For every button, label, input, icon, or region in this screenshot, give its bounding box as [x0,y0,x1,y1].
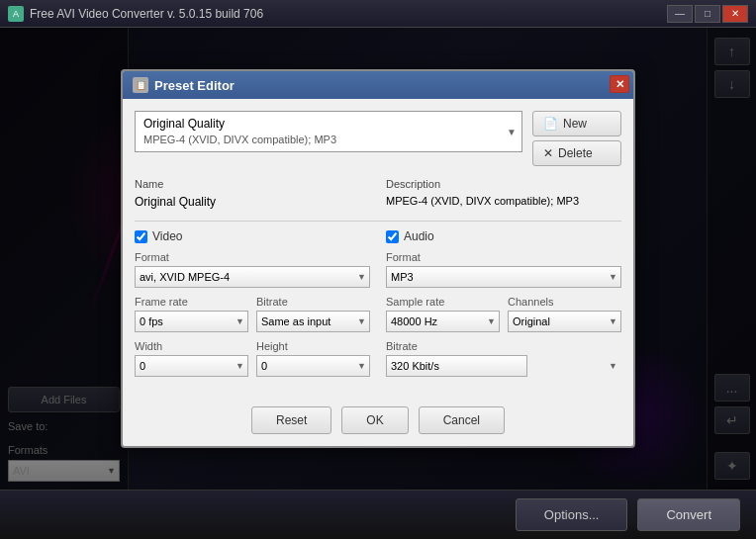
video-checkbox[interactable] [135,230,147,243]
audio-column: Audio Format MP3 [386,229,621,385]
dialog-title-bar: 📋 Preset Editor ✕ [123,71,633,99]
video-framerate-bitrate-row: Frame rate 0 fps Bitrate Sam [135,296,370,332]
audio-bitrate-group: Bitrate 320 Kbit/s [386,340,621,377]
audio-format-row: Format MP3 [386,251,621,288]
width-select[interactable]: 0 [135,355,248,377]
video-format-row: Format avi, XVID MPEG-4 [135,251,370,288]
delete-icon: ✕ [543,146,553,160]
video-label: Video [152,229,182,243]
preset-select[interactable]: Original Quality MPEG-4 (XVID, DIVX comp… [135,111,522,152]
preset-buttons: 📄 New ✕ Delete [532,111,621,166]
cancel-button[interactable]: Cancel [419,406,505,434]
video-width-height-row: Width 0 Height 0 [135,340,370,377]
reset-button[interactable]: Reset [251,406,331,434]
desc-group: Description MPEG-4 (XVID, DIVX compatibl… [386,178,621,211]
video-bitrate-group: Bitrate Same as input [256,296,370,332]
new-icon: 📄 [543,117,558,131]
audio-checkbox-row: Audio [386,229,621,243]
app-title: Free AVI Video Converter v. 5.0.15 build… [30,7,667,21]
video-format-select[interactable]: avi, XVID MPEG-4 [135,266,370,288]
modal-overlay: 📋 Preset Editor ✕ Original Quality MPEG-… [0,28,756,490]
convert-button[interactable]: Convert [637,498,740,531]
audio-bitrate-row: Bitrate 320 Kbit/s [386,340,621,377]
options-button[interactable]: Options... [516,498,628,531]
sample-rate-select[interactable]: 48000 Hz [386,311,500,332]
audio-bitrate-label: Bitrate [386,340,621,352]
app-icon: A [8,6,24,22]
preset-editor-dialog: 📋 Preset Editor ✕ Original Quality MPEG-… [121,69,635,448]
preset-line2: MPEG-4 (XVID, DIVX compatible); MP3 [143,133,498,147]
title-bar: A Free AVI Video Converter v. 5.0.15 bui… [0,0,756,28]
va-columns: Video Format avi, XVID MPEG-4 [135,229,621,385]
frame-rate-select[interactable]: 0 fps [135,311,248,332]
video-checkbox-row: Video [135,229,370,243]
frame-rate-group: Frame rate 0 fps [135,296,248,332]
video-bitrate-select[interactable]: Same as input [256,311,370,332]
audio-checkbox[interactable] [386,230,399,243]
preset-row: Original Quality MPEG-4 (XVID, DIVX comp… [135,111,621,166]
delete-preset-button[interactable]: ✕ Delete [532,140,621,166]
ok-button[interactable]: OK [341,406,408,434]
bottom-bar: Options... Convert [0,490,756,539]
new-preset-button[interactable]: 📄 New [532,111,621,136]
video-format-label: Format [135,251,370,263]
height-group: Height 0 [256,340,370,377]
channels-label: Channels [508,296,621,308]
dialog-icon: 📋 [133,77,148,93]
audio-format-label: Format [386,251,621,263]
name-value: Original Quality [135,193,370,211]
channels-group: Channels Original [508,296,621,332]
sample-rate-label: Sample rate [386,296,500,308]
dialog-body: Original Quality MPEG-4 (XVID, DIVX comp… [123,99,633,397]
width-group: Width 0 [135,340,248,377]
audio-bitrate-select[interactable]: 320 Kbit/s [386,355,527,377]
video-bitrate-label: Bitrate [256,296,370,308]
minimize-button[interactable]: — [667,5,693,23]
name-desc-row: Name Original Quality Description MPEG-4… [135,178,621,211]
window-controls: — □ ✕ [667,5,748,23]
dialog-title: Preset Editor [154,78,235,93]
desc-value: MPEG-4 (XVID, DIVX compatible); MP3 [386,193,621,209]
video-format-group: Format avi, XVID MPEG-4 [135,251,370,288]
video-column: Video Format avi, XVID MPEG-4 [135,229,370,385]
name-label: Name [135,178,370,190]
desc-label: Description [386,178,621,190]
dialog-close-button[interactable]: ✕ [610,75,629,93]
audio-format-select[interactable]: MP3 [386,266,621,288]
audio-format-group: Format MP3 [386,251,621,288]
section-divider [135,221,621,222]
maximize-button[interactable]: □ [695,5,720,23]
channels-select[interactable]: Original [508,311,621,332]
audio-label: Audio [404,229,434,243]
frame-rate-label: Frame rate [135,296,248,308]
audio-samplerate-channels-row: Sample rate 48000 Hz Channels [386,296,621,332]
preset-select-container: Original Quality MPEG-4 (XVID, DIVX comp… [135,111,522,152]
dialog-footer: Reset OK Cancel [123,397,633,446]
name-group: Name Original Quality [135,178,370,211]
width-label: Width [135,340,248,352]
height-label: Height [256,340,370,352]
height-select[interactable]: 0 [256,355,370,377]
sample-rate-group: Sample rate 48000 Hz [386,296,500,332]
close-button[interactable]: ✕ [722,5,748,23]
preset-line1: Original Quality [143,116,498,133]
